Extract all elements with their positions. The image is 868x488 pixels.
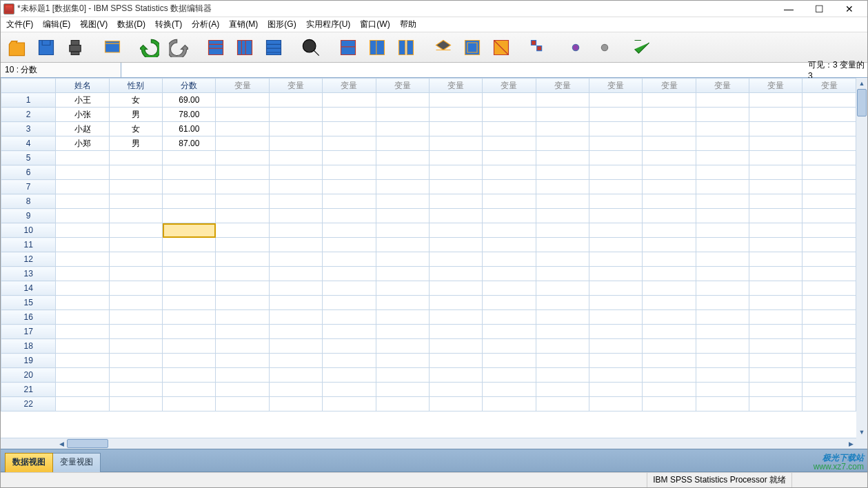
cell-r14-c11[interactable] [589, 281, 643, 296]
menu-转换[interactable]: 转换(T) [151, 17, 186, 32]
cell-r15-c15[interactable] [803, 296, 856, 310]
cell-r14-c10[interactable] [536, 281, 589, 296]
cell-r22-c15[interactable] [803, 397, 856, 411]
cell-r3-c4[interactable] [216, 122, 269, 136]
cell-r10-c14[interactable] [749, 223, 803, 238]
cell-r15-c13[interactable] [696, 296, 749, 310]
spell-check-icon[interactable] [629, 35, 654, 60]
cell-r11-c12[interactable] [643, 238, 696, 252]
cell-r18-c6[interactable] [323, 339, 376, 354]
cell-r5-c7[interactable] [376, 151, 429, 165]
cell-r1-c8[interactable] [429, 93, 482, 108]
cell-r21-c8[interactable] [429, 383, 482, 397]
cell-r10-c10[interactable] [536, 223, 589, 238]
cell-r2-c7[interactable] [376, 108, 429, 122]
cell-r10-c4[interactable] [216, 223, 269, 238]
cell-r8-c12[interactable] [643, 194, 696, 209]
cell-r20-c2[interactable] [109, 368, 162, 383]
cell-r3-c1[interactable]: 小赵 [56, 122, 109, 136]
cell-r10-c5[interactable] [269, 223, 322, 238]
cell-r17-c13[interactable] [696, 325, 749, 339]
cell-r12-c11[interactable] [589, 252, 643, 267]
cell-r13-c1[interactable] [56, 267, 109, 281]
cell-r12-c4[interactable] [216, 252, 269, 267]
column-header-3[interactable]: 分数 [163, 79, 216, 93]
cell-r11-c6[interactable] [323, 238, 376, 252]
cell-r15-c7[interactable] [376, 296, 429, 310]
cell-r14-c5[interactable] [269, 281, 322, 296]
cell-r8-c2[interactable] [109, 194, 162, 209]
cell-r12-c6[interactable] [323, 252, 376, 267]
use-sets-icon[interactable] [526, 35, 551, 60]
cell-r18-c4[interactable] [216, 339, 269, 354]
cell-r11-c15[interactable] [803, 238, 856, 252]
horizontal-scrollbar[interactable]: ◀ ▶ [1, 438, 867, 449]
vertical-scroll-thumb[interactable] [857, 89, 867, 116]
row-header-14[interactable]: 14 [1, 281, 56, 296]
cell-r13-c8[interactable] [429, 267, 482, 281]
cell-r4-c5[interactable] [269, 136, 322, 151]
cell-r6-c3[interactable] [163, 165, 216, 180]
cell-r18-c15[interactable] [803, 339, 856, 354]
cell-r9-c6[interactable] [323, 209, 376, 223]
cell-r7-c15[interactable] [803, 180, 856, 194]
cell-r19-c7[interactable] [376, 354, 429, 368]
cell-r7-c3[interactable] [163, 180, 216, 194]
cell-r10-c6[interactable] [323, 223, 376, 238]
cell-r1-c2[interactable]: 女 [109, 93, 162, 108]
cell-r1-c1[interactable]: 小王 [56, 93, 109, 108]
cell-r5-c9[interactable] [483, 151, 536, 165]
cell-r18-c5[interactable] [269, 339, 322, 354]
cell-r17-c2[interactable] [109, 325, 162, 339]
cell-r15-c11[interactable] [589, 296, 643, 310]
cell-r13-c7[interactable] [376, 267, 429, 281]
cell-r5-c4[interactable] [216, 151, 269, 165]
cell-r6-c12[interactable] [643, 165, 696, 180]
cell-r14-c7[interactable] [376, 281, 429, 296]
cell-r18-c1[interactable] [56, 339, 109, 354]
cell-r4-c7[interactable] [376, 136, 429, 151]
cell-r20-c10[interactable] [536, 368, 589, 383]
cell-r22-c12[interactable] [643, 397, 696, 411]
cell-r10-c11[interactable] [589, 223, 643, 238]
cell-r17-c11[interactable] [589, 325, 643, 339]
cell-r3-c11[interactable] [589, 122, 643, 136]
cell-r14-c15[interactable] [803, 281, 856, 296]
cell-r19-c11[interactable] [589, 354, 643, 368]
column-header-5[interactable]: 变量 [269, 79, 322, 93]
cell-r19-c3[interactable] [163, 354, 216, 368]
row-header-12[interactable]: 12 [1, 252, 56, 267]
cell-r5-c13[interactable] [696, 151, 749, 165]
cell-r18-c12[interactable] [643, 339, 696, 354]
cell-r12-c7[interactable] [376, 252, 429, 267]
cell-r18-c11[interactable] [589, 339, 643, 354]
cell-r13-c15[interactable] [803, 267, 856, 281]
cell-r11-c7[interactable] [376, 238, 429, 252]
cell-r12-c3[interactable] [163, 252, 216, 267]
cell-r20-c14[interactable] [749, 368, 803, 383]
cell-r20-c4[interactable] [216, 368, 269, 383]
cell-r2-c1[interactable]: 小张 [56, 108, 109, 122]
split-file-icon[interactable] [394, 35, 418, 60]
cell-r10-c15[interactable] [803, 223, 856, 238]
cell-r2-c3[interactable]: 78.00 [163, 108, 216, 122]
menu-窗口[interactable]: 窗口(W) [356, 17, 394, 32]
cell-r17-c14[interactable] [749, 325, 803, 339]
cell-r19-c4[interactable] [216, 354, 269, 368]
row-header-2[interactable]: 2 [1, 108, 56, 122]
cell-r4-c8[interactable] [429, 136, 482, 151]
cell-r20-c8[interactable] [429, 368, 482, 383]
cell-r2-c13[interactable] [696, 108, 749, 122]
cell-r5-c15[interactable] [803, 151, 856, 165]
cell-r22-c7[interactable] [376, 397, 429, 411]
cell-r2-c8[interactable] [429, 108, 482, 122]
row-header-20[interactable]: 20 [1, 368, 56, 383]
cell-r5-c3[interactable] [163, 151, 216, 165]
cell-r17-c15[interactable] [803, 325, 856, 339]
cell-r5-c11[interactable] [589, 151, 643, 165]
cell-r1-c5[interactable] [269, 93, 322, 108]
menu-帮助[interactable]: 帮助 [396, 17, 421, 32]
cell-r6-c14[interactable] [749, 165, 803, 180]
scroll-right-icon[interactable]: ▶ [845, 438, 856, 449]
cell-r17-c3[interactable] [163, 325, 216, 339]
